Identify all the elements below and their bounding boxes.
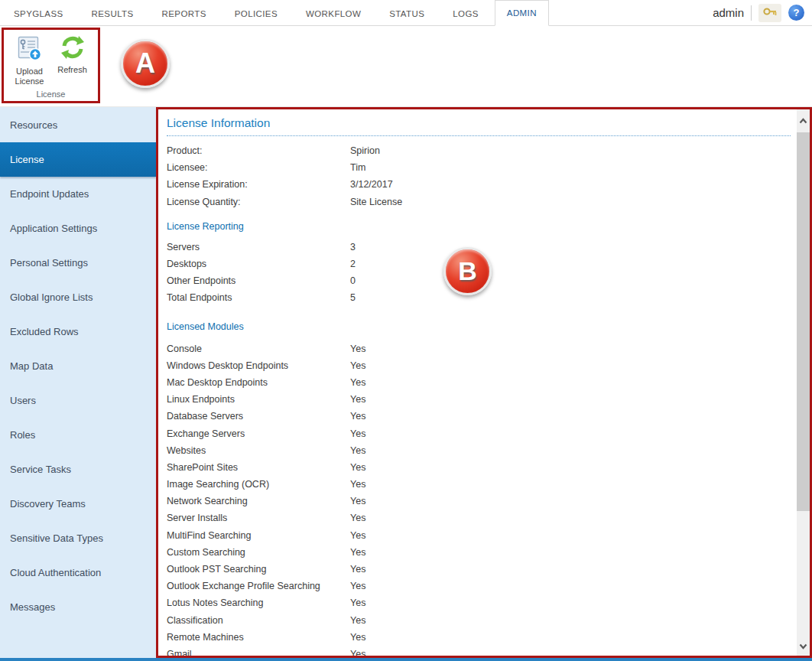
reporting-label: Total Endpoints (167, 292, 350, 303)
reporting-value: 0 (350, 275, 356, 286)
sidebar-item[interactable]: Cloud Authentication (0, 555, 156, 590)
module-row: Server Installs Yes (167, 510, 791, 526)
callout-badge-b: B (443, 247, 492, 295)
sidebar-item[interactable]: License (0, 142, 156, 177)
license-reporting-heading: License Reporting (167, 221, 791, 232)
sidebar-item[interactable]: Global Ignore Lists (0, 280, 156, 314)
module-row: Outlook PST Searching Yes (167, 561, 791, 578)
nav-tab[interactable]: LOGS (440, 0, 491, 26)
module-value: Yes (350, 598, 365, 608)
licensed-modules-rows: Console Yes Windows Desktop Endpoints Ye… (167, 340, 791, 656)
module-label: Gmail (167, 649, 350, 656)
reporting-label: Desktops (167, 259, 350, 269)
module-value: Yes (350, 496, 365, 506)
vertical-scrollbar[interactable] (797, 109, 810, 656)
module-label: Websites (167, 445, 350, 456)
change-password-button[interactable] (758, 4, 781, 22)
info-value: Tim (350, 162, 365, 173)
nav-tab[interactable]: ADMIN (495, 0, 549, 26)
module-label: Server Installs (167, 513, 350, 523)
module-label: SharePoint Sites (167, 462, 350, 473)
scroll-down-icon[interactable] (797, 640, 810, 653)
sidebar-item[interactable]: Excluded Rows (0, 314, 156, 349)
sidebar-item[interactable]: Personal Settings (0, 246, 156, 280)
refresh-icon (60, 35, 85, 63)
nav-tab[interactable]: WORKFLOW (294, 0, 373, 26)
module-value: Yes (350, 445, 365, 456)
key-icon (763, 6, 777, 20)
module-row: Lotus Notes Searching Yes (167, 594, 791, 611)
module-label: Mac Desktop Endpoints (167, 377, 350, 388)
module-value: Yes (350, 377, 365, 388)
module-label: Console (167, 344, 350, 354)
module-label: Lotus Notes Searching (167, 598, 350, 608)
sidebar-item[interactable]: Messages (0, 590, 156, 624)
module-value: Yes (350, 411, 365, 422)
reporting-value: 2 (350, 259, 356, 269)
module-value: Yes (350, 530, 365, 541)
question-mark-icon: ? (794, 7, 800, 18)
admin-console-window: SPYGLASS RESULTS REPORTS POLICIES WORKFL… (0, 0, 812, 661)
top-tab-bar: SPYGLASS RESULTS REPORTS POLICIES WORKFL… (0, 0, 812, 26)
module-label: Windows Desktop Endpoints (167, 360, 350, 371)
info-label: Product: (167, 145, 350, 156)
sidebar-item[interactable]: Sensitive Data Types (0, 521, 156, 555)
window-bottom-border (0, 658, 812, 661)
info-value: 3/12/2017 (350, 179, 393, 190)
module-row: Gmail Yes (167, 646, 791, 656)
nav-tab[interactable]: RESULTS (80, 0, 146, 26)
module-row: Remote Machines Yes (167, 629, 791, 646)
module-value: Yes (350, 462, 365, 473)
license-panel-callout: License Information Product: Spirion Lic… (156, 107, 812, 658)
help-button[interactable]: ? (788, 5, 804, 21)
nav-tab[interactable]: REPORTS (150, 0, 219, 26)
module-row: Database Servers Yes (167, 408, 791, 425)
module-label: Exchange Servers (167, 428, 350, 439)
module-value: Yes (350, 649, 365, 656)
module-value: Yes (350, 632, 365, 643)
sidebar-item[interactable]: Service Tasks (0, 452, 156, 487)
sidebar-item[interactable]: Endpoint Updates (0, 177, 156, 211)
module-row: SharePoint Sites Yes (167, 459, 791, 476)
info-row: License Quantity: Site License (167, 194, 791, 210)
module-value: Yes (350, 344, 365, 354)
scrollbar-thumb[interactable] (797, 132, 810, 511)
module-label: Linux Endpoints (167, 394, 350, 405)
module-row: Exchange Servers Yes (167, 425, 791, 441)
reporting-value: 5 (350, 292, 356, 303)
nav-tab[interactable]: STATUS (377, 0, 437, 26)
scroll-up-icon[interactable] (797, 114, 810, 127)
module-row: Classification Yes (167, 612, 791, 629)
module-label: Network Searching (167, 496, 350, 506)
module-value: Yes (350, 547, 365, 558)
module-label: Custom Searching (167, 547, 350, 558)
info-label: Licensee: (167, 162, 350, 173)
reporting-value: 3 (350, 242, 356, 252)
sidebar-item[interactable]: Discovery Teams (0, 487, 156, 521)
module-row: Image Searching (OCR) Yes (167, 476, 791, 493)
module-row: MultiFind Searching Yes (167, 527, 791, 544)
module-label: Remote Machines (167, 632, 350, 643)
sidebar-item[interactable]: Map Data (0, 349, 156, 383)
page-title: License Information (167, 116, 791, 136)
sidebar-item[interactable]: Resources (0, 108, 156, 142)
module-label: MultiFind Searching (167, 530, 350, 541)
divider (751, 5, 752, 21)
sidebar-item[interactable]: Application Settings (0, 211, 156, 246)
license-group-buttons: Upload License Refresh (4, 30, 98, 90)
sidebar-item[interactable]: Users (0, 383, 156, 418)
info-value: Spirion (350, 145, 380, 156)
module-row: Linux Endpoints Yes (167, 391, 791, 408)
info-value: Site License (350, 197, 402, 207)
sidebar-item[interactable]: Roles (0, 418, 156, 452)
module-row: Outlook Exchange Profile Searching Yes (167, 578, 791, 594)
reporting-label: Servers (167, 242, 350, 252)
module-label: Image Searching (OCR) (167, 479, 350, 490)
module-label: Outlook Exchange Profile Searching (167, 581, 350, 591)
nav-tab[interactable]: SPYGLASS (2, 0, 76, 26)
module-label: Database Servers (167, 411, 350, 422)
nav-tab[interactable]: POLICIES (222, 0, 290, 26)
ribbon-button[interactable]: Upload License (11, 35, 49, 90)
ribbon-button[interactable]: Refresh (54, 35, 92, 90)
upload-license-icon (17, 35, 43, 64)
